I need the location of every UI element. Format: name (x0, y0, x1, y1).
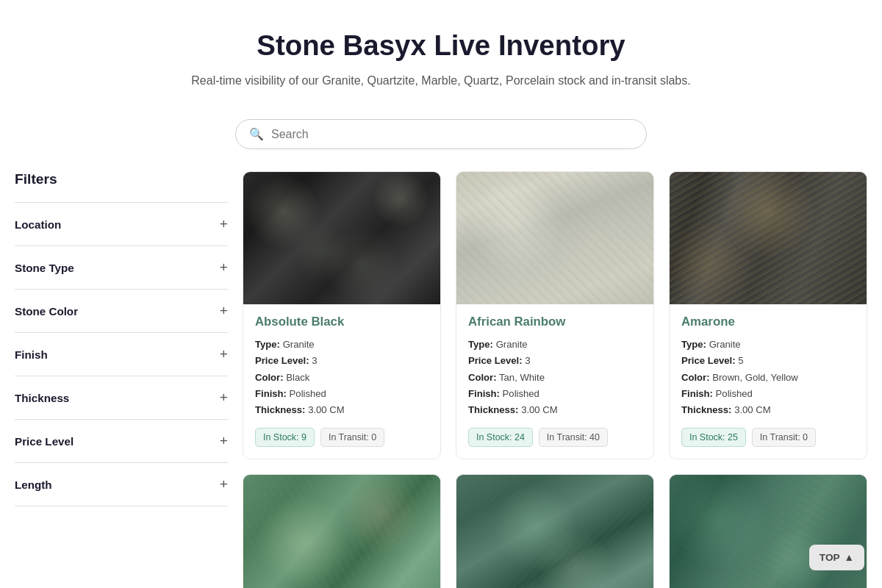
filter-expand-price-level: + (220, 433, 228, 449)
product-card-2[interactable]: Amarone Type: Granite Price Level: 5 Col… (669, 171, 867, 459)
product-info-2: Amarone Type: Granite Price Level: 5 Col… (670, 304, 867, 459)
filters-title: Filters (15, 171, 228, 202)
filter-item-price-level[interactable]: Price Level + (15, 419, 228, 462)
in-transit-badge-0: In Transit: 0 (320, 428, 384, 447)
color-label-2: Color: (681, 372, 710, 383)
product-card-3[interactable] (243, 474, 441, 588)
filter-item-length[interactable]: Length + (15, 462, 228, 506)
filter-expand-finish: + (220, 346, 228, 362)
finish-label-2: Finish: (681, 388, 713, 399)
page-header: Stone Basyx Live Inventory Real-time vis… (0, 0, 882, 104)
products-grid: Absolute Black Type: Granite Price Level… (243, 171, 867, 588)
product-info-1: African Rainbow Type: Granite Price Leve… (456, 304, 653, 459)
product-info-0: Absolute Black Type: Granite Price Level… (243, 304, 440, 459)
filter-expand-location: + (220, 216, 228, 232)
product-badges-2: In Stock: 25 In Transit: 0 (681, 428, 855, 447)
filter-item-thickness[interactable]: Thickness + (15, 376, 228, 419)
search-input[interactable] (271, 128, 633, 141)
product-card-0[interactable]: Absolute Black Type: Granite Price Level… (243, 171, 441, 459)
filter-label-finish: Finish (15, 348, 48, 361)
filter-expand-length: + (220, 476, 228, 492)
scroll-top-icon: ▲ (845, 552, 854, 563)
filter-item-stone-color[interactable]: Stone Color + (15, 289, 228, 332)
filter-expand-stone-type: + (220, 259, 228, 276)
product-meta-0: Type: Granite Price Level: 3 Color: Blac… (255, 337, 429, 419)
product-badges-1: In Stock: 24 In Transit: 40 (468, 428, 642, 447)
product-name-0: Absolute Black (255, 315, 429, 329)
type-label-0: Type: (255, 339, 280, 350)
search-container: 🔍 (0, 104, 882, 171)
scroll-top-label: TOP (820, 552, 840, 563)
in-stock-badge-2: In Stock: 25 (681, 428, 746, 447)
filter-expand-stone-color: + (220, 303, 228, 319)
filter-item-finish[interactable]: Finish + (15, 332, 228, 376)
filter-item-stone-type[interactable]: Stone Type + (15, 245, 228, 289)
product-card-4[interactable] (456, 474, 654, 588)
sidebar: Filters Location + Stone Type + Stone Co… (15, 171, 228, 588)
in-stock-badge-0: In Stock: 9 (255, 428, 315, 447)
in-transit-badge-1: In Transit: 40 (539, 428, 608, 447)
product-card-5[interactable] (669, 474, 867, 588)
finish-label-1: Finish: (468, 388, 500, 399)
product-image-0 (243, 172, 440, 304)
search-icon: 🔍 (249, 127, 264, 141)
filter-label-thickness: Thickness (15, 392, 69, 404)
thickness-label-0: Thickness: (255, 404, 306, 415)
product-badges-0: In Stock: 9 In Transit: 0 (255, 428, 429, 447)
product-image-1 (456, 172, 653, 304)
product-image-5 (670, 475, 867, 588)
product-image-2 (670, 172, 867, 304)
product-name-2: Amarone (681, 315, 855, 329)
product-meta-1: Type: Granite Price Level: 3 Color: Tan,… (468, 337, 642, 419)
in-stock-badge-1: In Stock: 24 (468, 428, 533, 447)
color-label-0: Color: (255, 372, 284, 383)
page-subtitle: Real-time visibility of our Granite, Qua… (15, 72, 867, 90)
search-bar[interactable]: 🔍 (235, 119, 647, 149)
thickness-label-2: Thickness: (681, 404, 732, 415)
price-label-2: Price Level: (681, 355, 736, 366)
product-name-1: African Rainbow (468, 315, 642, 329)
type-label-1: Type: (468, 339, 493, 350)
type-label-2: Type: (681, 339, 706, 350)
filter-label-stone-color: Stone Color (15, 305, 78, 318)
filter-label-price-level: Price Level (15, 435, 74, 448)
price-label-0: Price Level: (255, 355, 309, 366)
filter-label-location: Location (15, 218, 61, 231)
in-transit-badge-2: In Transit: 0 (752, 428, 816, 447)
product-card-1[interactable]: African Rainbow Type: Granite Price Leve… (456, 171, 654, 459)
main-layout: Filters Location + Stone Type + Stone Co… (0, 171, 882, 588)
page-title: Stone Basyx Live Inventory (15, 29, 867, 62)
filter-expand-thickness: + (220, 390, 228, 406)
price-label-1: Price Level: (468, 355, 523, 366)
filters-list: Location + Stone Type + Stone Color + Fi… (15, 202, 228, 506)
finish-label-0: Finish: (255, 388, 287, 399)
product-image-4 (456, 475, 653, 588)
scroll-top-button[interactable]: TOP ▲ (809, 545, 864, 570)
color-label-1: Color: (468, 372, 497, 383)
product-meta-2: Type: Granite Price Level: 5 Color: Brow… (681, 337, 855, 419)
thickness-label-1: Thickness: (468, 404, 519, 415)
product-image-3 (243, 475, 440, 588)
filter-item-location[interactable]: Location + (15, 202, 228, 245)
filter-label-length: Length (15, 478, 52, 491)
filter-label-stone-type: Stone Type (15, 262, 74, 274)
